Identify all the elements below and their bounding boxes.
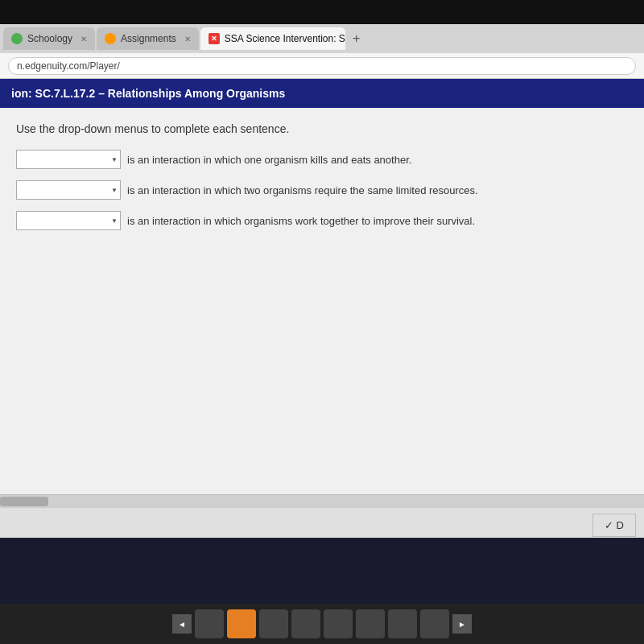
taskbar-nav-right[interactable]: ► [452, 614, 472, 634]
ssa-icon: ✕ [208, 33, 220, 44]
taskbar-item-6[interactable] [356, 609, 385, 638]
dropdown-wrapper-3: Predation Competition Mutualism [16, 211, 121, 230]
schoology-icon [11, 33, 23, 44]
assignments-icon [105, 33, 116, 44]
sentence-text-2: is an interaction in which two organisms… [127, 184, 478, 196]
taskbar: ◄ ► [0, 604, 644, 644]
sentence-row-1: Predation Competition Mutualism is an in… [16, 150, 628, 169]
tab-schoology-label: Schoology [27, 33, 72, 44]
tab-schoology[interactable]: Schoology ✕ [3, 27, 95, 50]
new-tab-button[interactable]: + [347, 29, 366, 48]
address-input[interactable] [8, 57, 636, 75]
browser-chrome: Schoology ✕ Assignments ✕ ✕ SSA Science … [0, 24, 644, 79]
taskbar-item-1[interactable] [195, 609, 224, 638]
dropdown-wrapper-2: Predation Competition Mutualism [16, 180, 121, 200]
taskbar-item-2[interactable] [227, 609, 256, 638]
done-button[interactable]: ✓ D [592, 514, 636, 537]
bezel-top [0, 0, 644, 24]
scrollbar-area[interactable] [0, 494, 644, 507]
tab-assignments[interactable]: Assignments ✕ [97, 27, 199, 50]
bottom-bar: ✓ D [0, 507, 644, 538]
tab-assignments-label: Assignments [121, 33, 176, 44]
scrollbar-thumb[interactable] [0, 497, 48, 506]
main-area: Use the drop-down menus to complete each… [0, 108, 644, 494]
taskbar-item-5[interactable] [324, 609, 353, 638]
instruction-text: Use the drop-down menus to complete each… [16, 122, 628, 135]
taskbar-item-7[interactable] [388, 609, 417, 638]
taskbar-item-8[interactable] [420, 609, 449, 638]
sentence-row-3: Predation Competition Mutualism is an in… [16, 211, 628, 230]
dropdown-3[interactable]: Predation Competition Mutualism [16, 211, 121, 230]
taskbar-item-4[interactable] [291, 609, 320, 638]
done-checkmark: ✓ [605, 519, 613, 531]
dropdown-wrapper-1: Predation Competition Mutualism [16, 150, 121, 169]
dropdown-2[interactable]: Predation Competition Mutualism [16, 180, 121, 200]
sentence-text-3: is an interaction in which organisms wor… [127, 215, 475, 227]
dropdown-1[interactable]: Predation Competition Mutualism [16, 150, 121, 169]
title-bar: ion: SC.7.L.17.2 – Relationships Among O… [0, 79, 644, 108]
address-bar [0, 53, 644, 79]
sentence-row-2: Predation Competition Mutualism is an in… [16, 180, 628, 200]
taskbar-item-3[interactable] [259, 609, 288, 638]
done-label: D [617, 519, 624, 531]
tab-schoology-close[interactable]: ✕ [80, 35, 87, 43]
tab-ssa-label: SSA Science Intervention: SC.7.L. [225, 33, 345, 44]
page-title: ion: SC.7.L.17.2 – Relationships Among O… [11, 87, 285, 100]
tab-assignments-close[interactable]: ✕ [184, 35, 191, 43]
tab-ssa[interactable]: ✕ SSA Science Intervention: SC.7.L. ✕ [200, 27, 345, 50]
sentence-text-1: is an interaction in which one organism … [127, 154, 411, 166]
taskbar-nav-left[interactable]: ◄ [172, 614, 192, 634]
page-content: ion: SC.7.L.17.2 – Relationships Among O… [0, 79, 644, 538]
tab-bar: Schoology ✕ Assignments ✕ ✕ SSA Science … [0, 24, 644, 53]
